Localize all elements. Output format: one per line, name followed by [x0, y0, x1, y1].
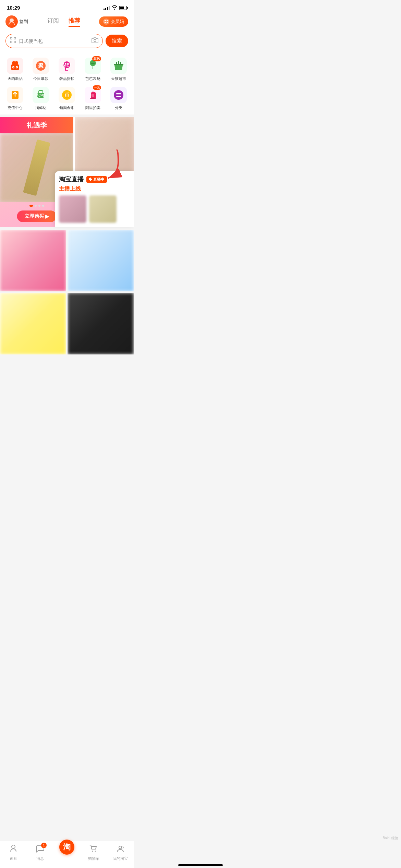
- svg-point-16: [16, 67, 17, 68]
- tab-tuijian[interactable]: 推荐: [69, 17, 80, 27]
- live-subtitle: 主播上线: [59, 185, 130, 193]
- live-thumb-2: [89, 195, 117, 223]
- product-image-4: [68, 293, 134, 354]
- camera-icon[interactable]: [92, 37, 98, 45]
- svg-rect-7: [10, 41, 12, 43]
- svg-text:1小时: 1小时: [37, 94, 45, 97]
- product-card-1[interactable]: [0, 230, 66, 291]
- svg-rect-34: [116, 95, 121, 95]
- search-input-wrapper: [5, 34, 103, 48]
- product-grid: [0, 230, 134, 354]
- svg-rect-31: [90, 98, 96, 99]
- svg-rect-3: [105, 22, 106, 23]
- live-title: 淘宝直播: [59, 175, 84, 183]
- banner-right[interactable]: 淘宝直播 直播中 主播上线: [75, 117, 134, 227]
- dot-3: [38, 205, 40, 207]
- category-label-0: 天猫新品: [8, 76, 23, 81]
- category-auction[interactable]: 一元 阿里拍卖: [81, 85, 105, 112]
- svg-rect-33: [116, 93, 121, 94]
- svg-rect-2: [107, 20, 108, 21]
- buy-now-button[interactable]: 立即购买 ▶: [17, 210, 57, 222]
- svg-point-9: [94, 39, 96, 41]
- signal-icon: [104, 6, 110, 10]
- category-baokuan[interactable]: 聚 今日爆款: [29, 56, 53, 83]
- member-code-label: 会员码: [111, 19, 124, 25]
- category-coin[interactable]: 币 领淘金币: [54, 85, 79, 112]
- nav-tabs: 订阅 推荐: [47, 17, 80, 27]
- category-classify[interactable]: 分类: [106, 85, 131, 112]
- live-popup-header: 淘宝直播 直播中: [59, 175, 130, 183]
- banner-section: 礼遇季 立即购买 ▶: [0, 117, 134, 227]
- category-grid: 天猫新品 聚 今日爆款 ME! 奢品折扣: [0, 52, 134, 114]
- live-thumb-1: [59, 195, 86, 223]
- svg-text:ME!: ME!: [62, 62, 71, 68]
- svg-rect-38: [90, 178, 91, 181]
- svg-rect-23: [118, 61, 119, 64]
- category-chongzhi[interactable]: 充值中心: [3, 85, 27, 112]
- product-image-1: [0, 230, 66, 291]
- category-label-9: 分类: [115, 105, 122, 110]
- product-card-4[interactable]: [68, 293, 134, 354]
- member-icon: [103, 19, 109, 25]
- svg-rect-6: [14, 37, 16, 39]
- search-bar: 搜索: [0, 31, 134, 52]
- svg-rect-12: [11, 64, 19, 70]
- wifi-icon: [112, 5, 117, 11]
- svg-rect-4: [107, 22, 108, 23]
- banner-tag: 礼遇季: [0, 117, 73, 133]
- product-image-2: [68, 230, 134, 291]
- svg-text:聚: 聚: [38, 63, 44, 69]
- svg-rect-37: [89, 178, 90, 180]
- sign-in-label: 签到: [19, 19, 28, 25]
- product-card-3[interactable]: [0, 293, 66, 354]
- category-tianmao-xinpin[interactable]: 天猫新品: [3, 56, 27, 83]
- category-chaoshi[interactable]: 天猫超市: [106, 56, 131, 83]
- category-baba-farm[interactable]: 红包 芭芭农场: [81, 56, 105, 83]
- live-badge: 直播中: [86, 176, 107, 183]
- category-label-5: 充值中心: [8, 105, 23, 110]
- tab-diyue[interactable]: 订阅: [47, 17, 59, 27]
- category-label-6: 淘鲜达: [35, 105, 47, 110]
- category-taoxianda[interactable]: 1小时 淘鲜达: [29, 85, 53, 112]
- svg-rect-5: [10, 37, 12, 39]
- header: 签到 订阅 推荐 会员码: [0, 13, 134, 31]
- product-card-2[interactable]: [68, 230, 134, 291]
- dot-2: [35, 205, 37, 207]
- member-code-button[interactable]: 会员码: [99, 16, 128, 27]
- svg-rect-24: [120, 62, 121, 64]
- live-thumbnails: [59, 195, 130, 223]
- category-label-8: 阿里拍卖: [85, 105, 100, 110]
- dot-4: [42, 205, 44, 207]
- product-image-3: [0, 293, 66, 354]
- category-shepin[interactable]: ME! 奢品折扣: [54, 56, 79, 83]
- sign-in-avatar: [5, 15, 18, 28]
- svg-rect-39: [91, 179, 92, 180]
- scan-icon: [10, 37, 16, 45]
- search-input[interactable]: [19, 38, 89, 44]
- svg-rect-1: [105, 20, 106, 21]
- svg-rect-0: [10, 19, 14, 22]
- battery-icon: [119, 6, 127, 10]
- sign-in-button[interactable]: 签到: [5, 15, 28, 28]
- svg-rect-8: [14, 41, 16, 43]
- svg-text:币: 币: [64, 92, 69, 98]
- search-button[interactable]: 搜索: [106, 35, 128, 47]
- svg-point-15: [13, 67, 14, 68]
- status-icons: [104, 5, 127, 11]
- category-label-2: 奢品折扣: [59, 76, 74, 81]
- dot-1: [29, 205, 33, 207]
- status-time: 10:29: [7, 5, 20, 11]
- svg-rect-35: [116, 96, 121, 97]
- status-bar: 10:29: [0, 0, 134, 13]
- svg-rect-22: [116, 62, 117, 64]
- category-label-4: 天猫超市: [111, 76, 126, 81]
- category-label-3: 芭芭农场: [85, 76, 100, 81]
- live-popup[interactable]: 淘宝直播 直播中 主播上线: [55, 171, 134, 227]
- category-label-7: 领淘金币: [59, 105, 74, 110]
- category-label-1: 今日爆款: [33, 76, 48, 81]
